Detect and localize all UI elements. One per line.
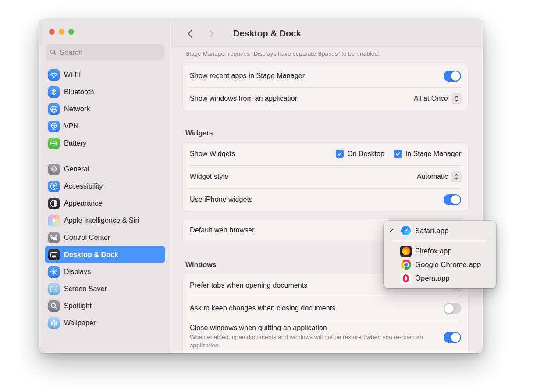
- toggle-knob: [451, 333, 460, 342]
- forward-button[interactable]: [205, 27, 218, 40]
- sidebar-item-displays[interactable]: Displays: [45, 263, 165, 280]
- settings-row-ask-to-keep-changes: Ask to keep changes when closing documen…: [183, 297, 468, 320]
- sidebar-item-label: VPN: [64, 122, 78, 130]
- checkmark-icon: [337, 151, 342, 157]
- settings-row-show-widgets: Show Widgets On Desktop In S: [183, 143, 468, 165]
- sidebar-item-battery[interactable]: Battery: [45, 135, 165, 152]
- settings-row-show-recent-apps: Show recent apps in Stage Manager: [183, 64, 468, 87]
- wifi-icon: [48, 69, 60, 81]
- sidebar-item-label: Wi-Fi: [64, 71, 81, 79]
- settings-row-close-windows: Close windows when quitting an applicati…: [183, 320, 468, 353]
- close-windows-toggle[interactable]: [444, 332, 461, 343]
- sidebar-item-label: Apple Intelligence & Siri: [64, 217, 139, 225]
- stage-manager-card: Show recent apps in Stage Manager Show w…: [183, 64, 468, 110]
- sidebar-group-system: ⚙ General Accessibility Appearance Appl: [45, 160, 165, 331]
- divider: [185, 61, 465, 61]
- back-button[interactable]: [183, 27, 196, 40]
- use-iphone-widgets-toggle[interactable]: [444, 194, 461, 205]
- menu-item-safari[interactable]: ✓ Safari.app: [384, 223, 496, 239]
- default-browser-menu: ✓ Safari.app Firefox.app Google Chrome.a…: [384, 221, 496, 288]
- menu-item-opera[interactable]: Opera.app: [384, 271, 496, 285]
- siri-icon: [48, 215, 60, 226]
- in-stage-manager-checkbox[interactable]: [394, 150, 402, 158]
- accessibility-icon: [48, 181, 60, 192]
- settings-content: Stage Manager requires “Displays have se…: [171, 48, 483, 353]
- firefox-icon: [400, 246, 412, 257]
- main-pane: Desktop & Dock Stage Manager requires “D…: [171, 19, 483, 353]
- sidebar-item-label: Bluetooth: [64, 88, 94, 96]
- sidebar-item-spotlight[interactable]: Spotlight: [45, 297, 165, 314]
- settings-row-widget-style: Widget style Automatic: [183, 165, 468, 188]
- close-windows-caption: When enabled, open documents and windows…: [190, 333, 435, 349]
- toggle-knob: [451, 195, 460, 204]
- appearance-icon: [48, 198, 60, 209]
- show-windows-stepper[interactable]: [452, 93, 461, 104]
- ask-keep-changes-toggle[interactable]: [444, 303, 461, 314]
- sidebar-item-label: Spotlight: [64, 302, 92, 310]
- sidebar-item-network[interactable]: Network: [45, 100, 165, 118]
- sidebar-item-label: Control Center: [64, 234, 110, 242]
- stage-manager-footnote: Stage Manager requires “Displays have se…: [185, 50, 468, 58]
- sidebar-item-wifi[interactable]: Wi-Fi: [45, 66, 165, 83]
- sidebar-item-label: Displays: [64, 268, 91, 276]
- settings-row-iphone-widgets: Use iPhone widgets: [183, 188, 468, 211]
- search-field[interactable]: [46, 44, 164, 60]
- gear-icon: ⚙: [48, 164, 60, 175]
- sidebar-item-appearance[interactable]: Appearance: [45, 195, 165, 212]
- menu-item-firefox[interactable]: Firefox.app: [384, 244, 496, 258]
- chevron-right-icon: [209, 29, 214, 38]
- menu-divider: [390, 241, 490, 241]
- sidebar-item-label: Network: [64, 105, 90, 113]
- toggle-knob: [451, 71, 460, 81]
- up-down-chevrons-icon: [454, 95, 459, 102]
- wallpaper-icon: [48, 317, 60, 329]
- sidebar-item-bluetooth[interactable]: Bluetooth: [45, 83, 165, 100]
- search-input[interactable]: [60, 48, 160, 57]
- checkmark-icon: ✓: [389, 227, 397, 235]
- sidebar-item-label: Screen Saver: [64, 285, 107, 293]
- chrome-icon: [400, 259, 412, 271]
- zoom-window-button[interactable]: [68, 29, 74, 35]
- spotlight-icon: [48, 300, 60, 312]
- system-settings-window: Wi-Fi Bluetooth Network VPN: [39, 19, 483, 353]
- sidebar-item-wallpaper[interactable]: Wallpaper: [45, 314, 165, 331]
- widget-style-stepper[interactable]: [452, 171, 461, 182]
- sidebar-item-desktop-dock[interactable]: Desktop & Dock: [45, 246, 165, 263]
- bluetooth-icon: [48, 86, 60, 98]
- minimize-window-button[interactable]: [59, 29, 64, 35]
- widgets-card: Show Widgets On Desktop In S: [183, 143, 468, 211]
- show-recent-apps-toggle[interactable]: [444, 71, 461, 82]
- sidebar-item-accessibility[interactable]: Accessibility: [45, 178, 165, 195]
- window-controls: [45, 29, 165, 35]
- globe-icon: [48, 103, 60, 115]
- sidebar-item-general[interactable]: ⚙ General: [45, 160, 165, 178]
- sidebar-item-apple-intelligence[interactable]: Apple Intelligence & Siri: [45, 212, 165, 229]
- sidebar-item-label: Appearance: [64, 200, 102, 207]
- sidebar-item-label: Desktop & Dock: [64, 251, 118, 259]
- desktop-dock-icon: [48, 249, 60, 260]
- close-window-button[interactable]: [49, 29, 55, 35]
- settings-row-show-windows-from-app: Show windows from an application All at …: [183, 87, 468, 110]
- sidebar-item-control-center[interactable]: Control Center: [45, 229, 165, 246]
- title-bar: Desktop & Dock: [171, 19, 483, 48]
- vpn-globe-icon: [48, 121, 60, 132]
- sidebar-group-connectivity: Wi-Fi Bluetooth Network VPN: [45, 66, 165, 152]
- sidebar-item-label: General: [64, 165, 89, 173]
- screen-saver-icon: [48, 283, 60, 295]
- on-desktop-checkbox[interactable]: [336, 150, 344, 158]
- show-windows-value: All at Once: [414, 95, 448, 103]
- battery-icon: [48, 138, 60, 149]
- sidebar-item-screen-saver[interactable]: Screen Saver: [45, 280, 165, 297]
- toggle-knob: [444, 304, 454, 313]
- sidebar-item-label: Battery: [64, 139, 86, 147]
- sun-icon: [48, 266, 60, 278]
- chevron-left-icon: [187, 29, 192, 38]
- widgets-section-header: Widgets: [185, 129, 468, 137]
- page-title: Desktop & Dock: [233, 29, 301, 39]
- safari-icon: [400, 225, 412, 236]
- sidebar-item-label: Wallpaper: [64, 319, 96, 327]
- sidebar-item-vpn[interactable]: VPN: [45, 118, 165, 135]
- sidebar: Wi-Fi Bluetooth Network VPN: [39, 19, 171, 353]
- menu-item-chrome[interactable]: Google Chrome.app: [384, 258, 496, 271]
- opera-icon: [400, 273, 412, 284]
